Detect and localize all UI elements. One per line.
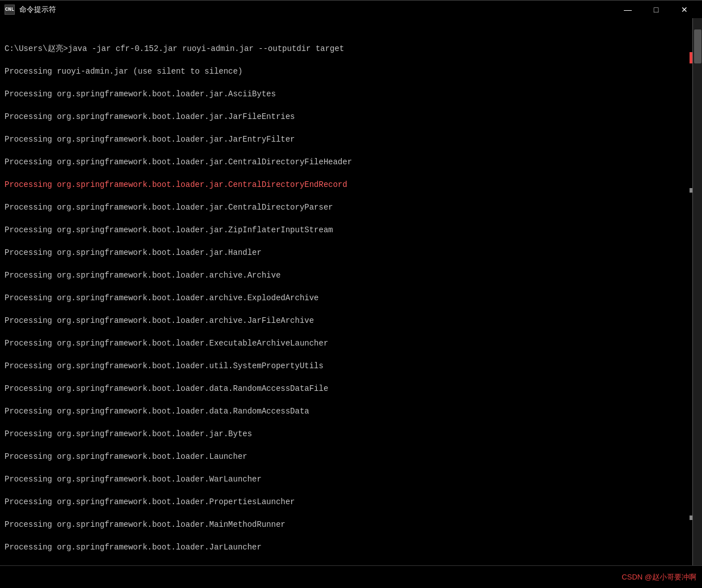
terminal-line: Processing org.springframework.boot.load…: [5, 451, 688, 462]
terminal-line: Processing org.springframework.boot.load…: [5, 428, 688, 440]
terminal-line: Processing org.springframework.boot.load…: [5, 247, 688, 258]
minimize-button[interactable]: —: [615, 2, 641, 18]
terminal-line: Processing org.springframework.boot.load…: [5, 88, 688, 100]
window: CNL 命令提示符 — □ ✕ C:\Users\赵亮>java -jar cf…: [0, 0, 702, 588]
terminal-line: Processing org.springframework.boot.load…: [5, 564, 688, 565]
bottom-logo-text: CSDN @赵小哥要冲啊: [622, 572, 696, 582]
bottom-bar: CSDN @赵小哥要冲啊: [0, 565, 702, 588]
scrollbar-accent-top: [690, 52, 692, 63]
terminal-line: Processing org.springframework.boot.load…: [5, 474, 688, 485]
terminal-line: Processing org.springframework.boot.load…: [5, 383, 688, 394]
scrollbar-accent-mid: [690, 188, 692, 193]
terminal-line: Processing org.springframework.boot.load…: [5, 202, 688, 213]
close-button[interactable]: ✕: [671, 2, 697, 18]
terminal-line: Processing org.springframework.boot.load…: [5, 406, 688, 417]
title-bar: CNL 命令提示符 — □ ✕: [0, 0, 702, 18]
terminal-line: Processing org.springframework.boot.load…: [5, 134, 688, 145]
terminal-line: Processing org.springframework.boot.load…: [5, 338, 688, 349]
terminal-line: Processing org.springframework.boot.load…: [5, 542, 688, 553]
terminal-line: Processing org.springframework.boot.load…: [5, 315, 688, 326]
terminal-line: Processing org.springframework.boot.load…: [5, 519, 688, 530]
scrollbar-thumb[interactable]: [694, 29, 701, 63]
terminal-line: Processing org.springframework.boot.load…: [5, 360, 688, 372]
terminal-line: Processing ruoyi-admin.jar (use silent t…: [5, 66, 688, 77]
terminal-line: Processing org.springframework.boot.load…: [5, 496, 688, 508]
terminal-output[interactable]: C:\Users\赵亮>java -jar cfr-0.152.jar ruoy…: [0, 18, 692, 565]
terminal-line: Processing org.springframework.boot.load…: [5, 111, 688, 122]
title-bar-left: CNL 命令提示符: [5, 5, 56, 15]
terminal-line: Processing org.springframework.boot.load…: [5, 292, 688, 304]
terminal-line: C:\Users\赵亮>java -jar cfr-0.152.jar ruoy…: [5, 43, 688, 54]
content-area: C:\Users\赵亮>java -jar cfr-0.152.jar ruoy…: [0, 18, 702, 565]
terminal-line: Processing org.springframework.boot.load…: [5, 224, 688, 236]
terminal-line: Processing org.springframework.boot.load…: [5, 179, 688, 190]
scrollbar-accent-bottom: [690, 515, 692, 520]
terminal-line: Processing org.springframework.boot.load…: [5, 270, 688, 281]
title-bar-controls: — □ ✕: [615, 2, 697, 18]
vertical-scrollbar[interactable]: [692, 18, 702, 565]
maximize-button[interactable]: □: [643, 2, 669, 18]
window-icon: CNL: [5, 5, 15, 15]
terminal-line: Processing org.springframework.boot.load…: [5, 156, 688, 168]
window-title: 命令提示符: [19, 5, 56, 15]
